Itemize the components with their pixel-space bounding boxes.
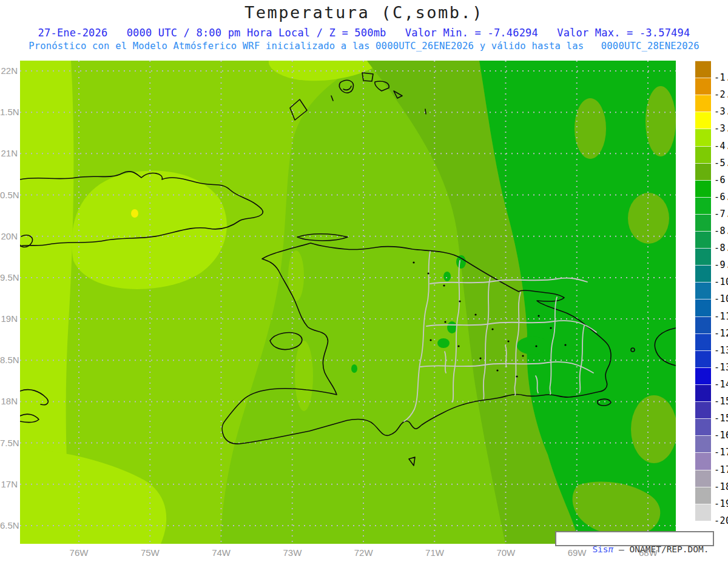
colorbar [695,61,711,538]
colorbar-swatch [695,129,711,146]
lat-tick-label: 18N [0,396,18,407]
colorbar-swatch [695,350,711,367]
colorbar-swatch [695,333,711,350]
colorbar-swatch [695,316,711,333]
lat-tick-label: 0.5N [0,190,18,201]
colorbar-swatch [695,231,711,248]
lon-tick-label: 70W [496,547,515,558]
colorbar-swatch [695,401,711,418]
lat-tick-label: 20N [0,231,18,242]
colorbar-swatch [695,435,711,452]
colorbar-tick-label: -10.9 [714,293,728,304]
colorbar-tick-label: -13.7 [714,362,728,373]
colorbar-tick-label: -7.4 [714,209,728,219]
colorbar-swatch [695,470,711,487]
lon-tick-label: 71W [425,547,444,558]
colorbar-swatch [695,418,711,435]
credit-brand: Sis [592,544,608,554]
colorbar-tick-label: -9.5 [714,259,728,270]
credit-box: Sisπ – ONAMET/REP.DOM. [555,531,714,546]
colorbar-swatch [695,299,711,316]
temperature-field-map [20,61,676,544]
lon-tick-label: 76W [70,547,89,558]
subtitle-validtime: 27-Ene-2026 0000 UTC / 8:00 pm Hora Loca… [0,27,728,39]
colorbar-tick-label: -4.6 [714,141,728,152]
colorbar-swatch [695,384,711,401]
colorbar-tick-label: -17.2 [714,447,728,458]
colorbar-swatch [695,452,711,469]
colorbar-swatch [695,146,711,163]
lat-tick-label: 17N [0,479,18,490]
colorbar-tick-label: -19.3 [714,498,728,509]
colorbar-tick-label: -3.9 [714,123,728,134]
colorbar-tick-label: -18.6 [714,481,728,492]
colorbar-tick-label: -15.1 [714,396,728,407]
tiny-cay-2 [425,109,426,114]
credit-text: – ONAMET/REP.DOM. [613,544,709,554]
lat-tick-label: 6.5N [0,520,18,531]
weather-map-page: Temperatura (C,somb.) 27-Ene-2026 0000 U… [0,0,728,562]
colorbar-tick-label: -17.9 [714,464,728,475]
colorbar-tick-label: -15.8 [714,413,728,424]
colorbar-tick-label: -1.8 [714,72,728,83]
lat-tick-label: 22N [0,65,18,76]
colorbar-tick-label: -2.5 [714,89,728,100]
lon-tick-label: 75W [141,547,160,558]
colorbar-tick-label: -6 [714,175,726,186]
subtitle-model-info: Pronóstico con el Modelo Atmósferico WRF… [0,41,728,52]
colorbar-swatch [695,112,711,129]
colorbar-tick-label: -3.2 [714,106,728,117]
colorbar-tick-label: -16.5 [714,430,728,441]
colorbar-swatch [695,180,711,197]
lon-tick-label: 73W [283,547,302,558]
colorbar-swatch [695,163,711,180]
colorbar-tick-label: -8.8 [714,243,728,253]
colorbar-swatch [695,487,711,504]
lon-tick-label: 74W [212,547,231,558]
lat-tick-label: 19N [0,313,18,324]
colorbar-tick-label: -8.1 [714,226,728,236]
colorbar-tick-label: -10.2 [714,276,728,287]
colorbar-tick-label: -12.3 [714,328,728,339]
colorbar-swatch [695,367,711,384]
map-area: Sisπ – ONAMET/REP.DOM. [20,61,676,544]
colorbar-tick-label: -20 [714,515,728,526]
temperature-field [20,61,676,544]
colorbar-swatch [695,282,711,299]
lat-tick-label: 21N [0,148,18,159]
colorbar-tick-label: -11.6 [714,311,728,322]
colorbar-swatch [695,61,711,78]
colorbar-tick-label: -14.4 [714,379,728,390]
lat-tick-label: 1.5N [0,107,18,118]
lon-tick-label: 72W [354,547,373,558]
max-temp-spot [131,209,138,218]
colorbar-swatch [695,504,711,521]
page-title: Temperatura (C,somb.) [0,3,728,22]
lat-tick-label: 8.5N [0,355,18,366]
colorbar-swatch [695,265,711,282]
lat-tick-label: 9.5N [0,272,18,283]
colorbar-swatch [695,248,711,265]
colorbar-swatch [695,214,711,231]
colorbar-swatch [695,78,711,95]
colorbar-swatch [695,95,711,112]
colorbar-tick-label: -13 [714,345,728,356]
colorbar-tick-label: -5.3 [714,158,728,169]
lat-tick-label: 7.5N [0,438,18,449]
colorbar-tick-label: -6.7 [714,192,728,202]
colorbar-swatch [695,197,711,214]
